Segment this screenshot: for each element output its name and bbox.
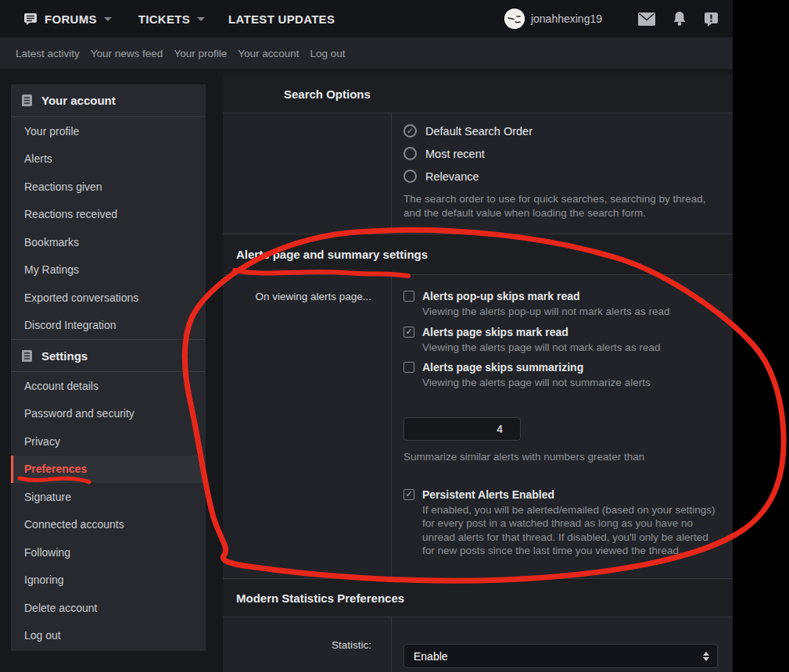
document-lines-icon	[22, 350, 32, 362]
radio-label: Default Search Order	[425, 125, 533, 138]
checkbox-alerts-page-skips-summarizing[interactable]: Alerts page skips summarizing	[403, 361, 720, 374]
envelope-icon	[638, 13, 655, 26]
checkbox-icon[interactable]	[403, 291, 414, 302]
sidebar-header-your-account: Your account	[11, 84, 206, 117]
top-navbar: FORUMS TICKETS LATEST UPDATES jonahhexin…	[0, 0, 733, 38]
subnav-log-out[interactable]: Log out	[310, 48, 345, 59]
sidebar-item-bookmarks[interactable]: Bookmarks	[11, 228, 206, 256]
search-order-label	[223, 113, 391, 234]
avatar[interactable]	[504, 9, 525, 29]
checkbox-description: If enabled, you will be alerted/emailed …	[422, 503, 720, 558]
checkbox-label: Persistent Alerts Enabled	[422, 488, 554, 501]
section-title: Search Options	[284, 88, 371, 101]
statistic-select[interactable]: Enable	[403, 644, 718, 668]
section-header-search-options: Search Options	[223, 75, 733, 113]
checkbox-icon[interactable]	[403, 489, 414, 500]
alerts-button[interactable]	[672, 11, 687, 27]
radio-label: Most recent	[425, 148, 485, 160]
search-order-controls: Default Search Order Most recent Relevan…	[391, 113, 733, 234]
checkbox-persistent-alerts-enabled[interactable]: Persistent Alerts Enabled	[403, 488, 720, 501]
search-order-hint: The search order to use for quick search…	[403, 192, 712, 220]
alerts-settings-controls: Alerts pop-up skips mark read Viewing th…	[391, 275, 733, 578]
sidebar-item-your-profile[interactable]: Your profile	[11, 117, 206, 145]
subnav-latest-activity[interactable]: Latest activity	[16, 48, 80, 59]
checkbox-group-page-skips-summarizing: Alerts page skips summarizing Viewing th…	[403, 361, 720, 390]
checkbox-alerts-page-skips-mark-read[interactable]: Alerts page skips mark read	[403, 326, 720, 338]
subnav-your-profile[interactable]: Your profile	[174, 48, 227, 59]
search-order-row: Default Search Order Most recent Relevan…	[223, 113, 733, 234]
select-arrows-icon	[703, 652, 709, 661]
checkbox-icon[interactable]	[403, 327, 414, 338]
checkbox-label: Alerts page skips mark read	[422, 326, 568, 338]
radio-icon[interactable]	[403, 124, 417, 138]
sidebar-item-log-out[interactable]: Log out	[11, 622, 206, 650]
sidebar-item-signature[interactable]: Signature	[11, 483, 206, 511]
report-button[interactable]	[704, 12, 719, 27]
radio-relevance[interactable]: Relevance	[403, 170, 720, 183]
statistic-select-value: Enable	[414, 650, 448, 663]
sidebar-header-label: Your account	[41, 94, 116, 107]
account-sidebar: Your account Your profile Alerts Reactio…	[11, 84, 206, 651]
preferences-panel: Search Options Default Search Order Most…	[223, 75, 733, 672]
sidebar-item-reactions-given[interactable]: Reactions given	[11, 173, 206, 201]
subnav-your-account[interactable]: Your account	[238, 48, 299, 59]
on-viewing-alerts-label: On viewing alerts page...	[223, 275, 391, 578]
checkbox-description: Viewing the alerts pop-up will not mark …	[422, 305, 720, 319]
sidebar-header-settings: Settings	[11, 339, 206, 372]
forum-app-window: FORUMS TICKETS LATEST UPDATES jonahhexin…	[0, 0, 733, 672]
bell-icon	[672, 11, 687, 27]
sidebar-item-my-ratings[interactable]: My Ratings	[11, 256, 206, 284]
sidebar-item-reactions-received[interactable]: Reactions received	[11, 201, 206, 229]
nav-latest-updates[interactable]: LATEST UPDATES	[228, 13, 335, 26]
sidebar-item-delete-account[interactable]: Delete account	[11, 594, 206, 622]
speech-exclamation-icon	[704, 12, 719, 27]
sidebar-item-following[interactable]: Following	[11, 538, 206, 567]
sidebar-item-password-and-security[interactable]: Password and security	[11, 400, 206, 428]
radio-most-recent[interactable]: Most recent	[403, 147, 720, 160]
summarize-threshold-hint: Summarize similar alerts with numbers gr…	[403, 451, 720, 463]
sidebar-item-discord-integration[interactable]: Discord Integration	[11, 312, 206, 340]
secondary-navbar: Latest activity Your news feed Your prof…	[0, 38, 733, 69]
statistic-controls: Enable	[391, 617, 733, 672]
radio-icon[interactable]	[403, 147, 417, 160]
sidebar-item-account-details[interactable]: Account details	[11, 372, 206, 400]
checkbox-group-persistent-alerts: Persistent Alerts Enabled If enabled, yo…	[403, 488, 720, 558]
checkbox-description: Viewing the alerts page will not summari…	[422, 376, 720, 390]
checkbox-group-popup-skips-mark-read: Alerts pop-up skips mark read Viewing th…	[403, 290, 720, 319]
summarize-threshold-input[interactable]	[403, 417, 521, 441]
radio-icon[interactable]	[403, 170, 417, 183]
navbar-user-area: jonahhexing19	[504, 9, 733, 29]
nav-tickets[interactable]: TICKETS	[138, 13, 190, 26]
sidebar-item-alerts[interactable]: Alerts	[11, 145, 206, 173]
sidebar-item-connected-accounts[interactable]: Connected accounts	[11, 511, 206, 539]
checkbox-label: Alerts page skips summarizing	[422, 361, 583, 374]
sidebar-item-privacy[interactable]: Privacy	[11, 427, 206, 456]
alerts-settings-row: On viewing alerts page... Alerts pop-up …	[223, 275, 733, 578]
sidebar-item-ignoring[interactable]: Ignoring	[11, 567, 206, 595]
section-title: Alerts page and summary settings	[236, 248, 428, 261]
statistic-label: Statistic:	[223, 617, 391, 672]
statistic-row: Statistic: Enable	[223, 617, 733, 672]
sidebar-header-label: Settings	[41, 349, 88, 363]
checkbox-label: Alerts pop-up skips mark read	[422, 290, 580, 302]
checkbox-icon[interactable]	[403, 362, 414, 373]
radio-default-search-order[interactable]: Default Search Order	[403, 124, 720, 138]
subnav-your-news-feed[interactable]: Your news feed	[91, 48, 163, 59]
forum-icon	[23, 13, 38, 25]
document-lines-icon	[22, 95, 32, 106]
checkbox-description: Viewing the alerts page will not mark al…	[422, 341, 720, 355]
section-header-alerts-settings: Alerts page and summary settings	[223, 234, 733, 275]
sidebar-item-exported-conversations[interactable]: Exported conversations	[11, 284, 206, 312]
username[interactable]: jonahhexing19	[531, 13, 602, 25]
radio-label: Relevance	[425, 170, 479, 183]
checkbox-alerts-popup-skips-mark-read[interactable]: Alerts pop-up skips mark read	[403, 290, 720, 302]
section-title: Modern Statistics Preferences	[236, 592, 404, 605]
forums-chevron-down-icon[interactable]	[104, 17, 112, 21]
tickets-chevron-down-icon[interactable]	[197, 17, 205, 21]
nav-forums[interactable]: FORUMS	[45, 13, 97, 26]
checkbox-group-page-skips-mark-read: Alerts page skips mark read Viewing the …	[403, 326, 720, 355]
sidebar-item-preferences[interactable]: Preferences	[11, 456, 206, 484]
messages-button[interactable]	[638, 13, 655, 26]
section-header-modern-statistics: Modern Statistics Preferences	[223, 578, 733, 617]
